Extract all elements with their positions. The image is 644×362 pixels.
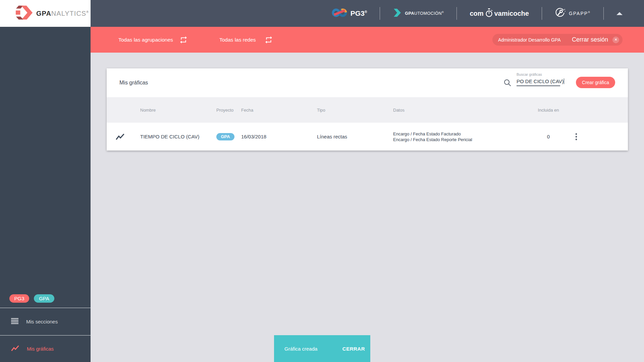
col-header-proyecto: Proyecto [216, 108, 241, 113]
search-icon[interactable] [503, 79, 512, 88]
sidebar-item-mis-secciones[interactable]: Mis secciones [0, 308, 91, 335]
col-header-tipo: Tipo [317, 108, 393, 113]
search-input-underline [517, 85, 560, 86]
header-separator [380, 7, 380, 20]
header-separator [542, 7, 542, 20]
pg3-label: PG3® [351, 9, 367, 17]
redes-filter[interactable]: Todas las redes [219, 27, 256, 53]
row-data-fields: Encargo / Fecha Estado Facturado Encargo… [393, 131, 535, 142]
row-type: Líneas rectas [317, 134, 393, 139]
gpapp-label: GPAPP® [569, 11, 591, 16]
toast-snackbar: Gráfica creada CERRAR [274, 335, 370, 362]
swap-redes-icon[interactable] [264, 36, 273, 44]
brand-wordmark: GPANALYTICS® [36, 10, 89, 17]
search-input-value: PO DE CICLO (CAV) [517, 78, 560, 84]
toast-message: Gráfica creada [284, 346, 317, 352]
search-input-label: Buscar gráficas [517, 72, 560, 76]
header-separator [457, 7, 457, 20]
gpapp-logo: GPAPP® [555, 7, 591, 19]
row-menu-dots-icon[interactable] [562, 133, 590, 141]
col-header-fecha: Fecha [241, 108, 317, 113]
row-data-line: Encargo / Fecha Estado Reporte Pericial [393, 137, 472, 142]
sidebar-item-mis-graficas[interactable]: Mis gráficas [0, 336, 91, 362]
create-chart-button[interactable]: Crear gráfica [576, 77, 615, 88]
project-badge: GPA [216, 133, 234, 140]
sidebar-badges: PG3 GPA [9, 294, 54, 303]
sidebar-item-label: Mis secciones [26, 319, 58, 324]
user-session-pill: Administrador Desarrollo GPA Cerrar sesi… [492, 34, 623, 46]
mis-graficas-card: Mis gráficas Buscar gráficas PO DE CICLO… [107, 68, 628, 150]
page-title: Mis gráficas [119, 68, 148, 97]
collapse-header-arrow-icon[interactable] [616, 12, 623, 15]
search-input[interactable]: Buscar gráficas PO DE CICLO (CAV) [517, 72, 560, 86]
brand-nalytics: NALYTICS [51, 10, 86, 17]
stopwatch-icon [485, 8, 493, 19]
card-header: Mis gráficas Buscar gráficas PO DE CICLO… [107, 68, 628, 97]
gpapp-wrench-icon [555, 7, 566, 19]
gpautomocion-label: GPAUTOMOCIÓN® [405, 11, 444, 16]
row-included-count: 0 [535, 134, 562, 139]
brand-panel: GPANALYTICS® [0, 0, 91, 27]
brand-registered-mark: ® [86, 10, 89, 14]
swap-agrupaciones-icon[interactable] [179, 36, 188, 44]
sections-icon [11, 318, 18, 325]
row-data-line: Encargo / Fecha Estado Facturado [393, 131, 461, 136]
row-project-cell: GPA [216, 133, 241, 140]
table-header-row: Nombre Proyecto Fecha Tipo Datos Incluid… [107, 97, 628, 123]
compravamicoche-pre: com [470, 10, 483, 17]
pg3-infinity-icon [332, 7, 347, 19]
col-header-nombre: Nombre [140, 108, 216, 113]
gpanalytics-logo-icon [15, 5, 33, 22]
sidebar-item-label: Mis gráficas [27, 346, 54, 352]
col-header-incluida-en: Incluida en [535, 108, 562, 113]
sidebar-badge-gpa[interactable]: GPA [34, 294, 54, 303]
header-separator [603, 7, 604, 20]
logout-button[interactable]: Cerrar sesión [572, 36, 608, 43]
line-chart-icon [11, 345, 19, 353]
row-chart-type-icon [107, 133, 140, 140]
sidebar: PG3 GPA Mis secciones Mis gráficas [0, 27, 91, 362]
compravamicoche-logo: com vamicoche [470, 8, 529, 19]
text-caret [564, 78, 565, 84]
top-header: PG3® GPAUTOMOCIÓN® com vamicoche [91, 0, 644, 27]
row-name: TIEMPO DE CICLO (CAV) [140, 134, 216, 139]
compravamicoche-post: vamicoche [494, 10, 529, 17]
filter-bar: Todas las agrupaciones Todas las redes A… [91, 27, 644, 53]
col-header-datos: Datos [393, 108, 535, 113]
sidebar-badge-pg3[interactable]: PG3 [9, 294, 29, 303]
gpautomocion-logo: GPAUTOMOCIÓN® [393, 8, 444, 18]
logout-close-icon[interactable]: ✕ [612, 37, 619, 43]
brand-gpa: GPA [36, 10, 51, 17]
agrupaciones-filter[interactable]: Todas las agrupaciones [118, 27, 173, 53]
current-user-label: Administrador Desarrollo GPA [498, 37, 560, 43]
table-row[interactable]: TIEMPO DE CICLO (CAV) GPA 16/03/2018 Lín… [107, 123, 628, 150]
row-date: 16/03/2018 [241, 134, 317, 139]
gpautomocion-arrow-icon [393, 8, 401, 18]
toast-close-button[interactable]: CERRAR [342, 346, 365, 352]
pg3-logo: PG3® [332, 7, 367, 19]
